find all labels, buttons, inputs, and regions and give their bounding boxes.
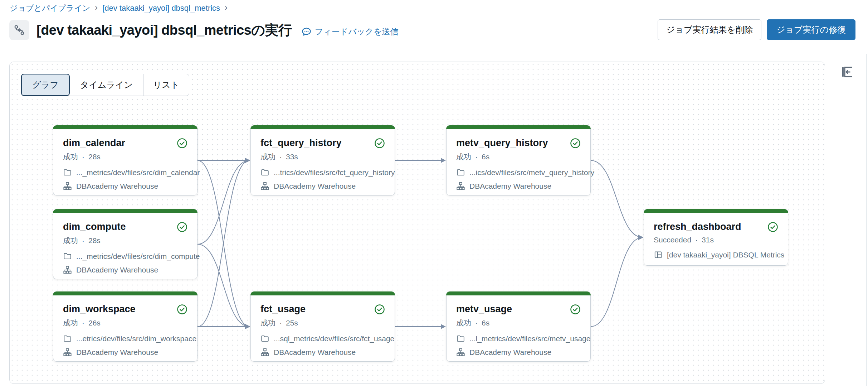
node-duration: 31s xyxy=(702,236,714,244)
node-meta-row: ..._metrics/dev/files/src/dim_compute xyxy=(63,252,187,261)
node-meta-row: DBAcademy Warehouse xyxy=(63,182,187,190)
node-meta-text: ..._metrics/dev/files/src/dim_calendar xyxy=(76,168,200,177)
node-meta-text: ...etrics/dev/files/src/dim_workspace xyxy=(76,334,196,343)
folder-icon xyxy=(63,252,72,261)
node-status-bar xyxy=(644,209,788,213)
node-body: dim_compute 成功 · 28s ..._metrics/dev/fil… xyxy=(63,213,187,279)
delete-job-run-button[interactable]: ジョブ実行結果を削除 xyxy=(658,19,761,40)
send-feedback-link[interactable]: フィードバックを送信 xyxy=(301,26,399,37)
node-meta-text: ...l_metrics/dev/files/src/metv_usage xyxy=(469,334,590,343)
node-status-bar xyxy=(250,125,395,129)
tab-graph[interactable]: グラフ xyxy=(21,74,70,96)
node-meta-text: DBAcademy Warehouse xyxy=(469,182,551,190)
node-status-text: 成功 xyxy=(260,318,275,328)
node-duration: 28s xyxy=(88,236,101,245)
task-node-dim_calendar[interactable]: dim_calendar 成功 · 28s ..._metrics/dev/fi… xyxy=(53,125,198,196)
node-meta-row: DBAcademy Warehouse xyxy=(260,348,385,357)
node-duration: 28s xyxy=(88,153,101,161)
node-status-bar xyxy=(446,291,591,295)
node-title-row: dim_calendar xyxy=(63,137,187,149)
node-body: fct_usage 成功 · 25s ...sql_metrics/dev/fi… xyxy=(260,296,385,361)
node-status-text: 成功 xyxy=(63,236,78,246)
task-node-dim_workspace[interactable]: dim_workspace 成功 · 26s ...etrics/dev/fil… xyxy=(53,291,198,362)
node-meta-text: ..._metrics/dev/files/src/dim_compute xyxy=(76,252,200,261)
node-title-row: metv_usage xyxy=(456,304,581,315)
node-status-bar xyxy=(53,209,198,213)
node-status-text: 成功 xyxy=(456,152,471,162)
node-meta-row: ...l_metrics/dev/files/src/metv_usage xyxy=(456,334,581,343)
node-meta-text: DBAcademy Warehouse xyxy=(76,182,158,190)
check-circle-icon xyxy=(374,304,385,315)
view-switcher: グラフ タイムライン リスト xyxy=(21,74,189,96)
node-title-row: dim_workspace xyxy=(63,304,187,315)
folder-icon xyxy=(260,334,269,343)
tab-list[interactable]: リスト xyxy=(143,74,189,96)
repair-job-run-button[interactable]: ジョブ実行の修復 xyxy=(767,19,855,40)
page-title: [dev takaaki_yayoi] dbsql_metricsの実行 xyxy=(36,21,292,39)
node-meta-row: DBAcademy Warehouse xyxy=(456,348,581,357)
node-body: metv_query_history 成功 · 6s ...ics/dev/fi… xyxy=(456,130,581,195)
node-status-row: 成功 · 28s xyxy=(63,236,187,246)
node-body: dim_workspace 成功 · 26s ...etrics/dev/fil… xyxy=(63,296,187,361)
node-title: dim_workspace xyxy=(63,304,136,315)
workflow-icon xyxy=(9,20,29,40)
task-node-refresh_dashboard[interactable]: refresh_dashboard Succeeded · 31s [dev t… xyxy=(644,209,788,266)
dot-separator: · xyxy=(279,153,282,161)
page-header: [dev takaaki_yayoi] dbsql_metricsの実行 フィー… xyxy=(9,19,398,42)
node-title: fct_query_history xyxy=(260,137,342,149)
node-body: metv_usage 成功 · 6s ...l_metrics/dev/file… xyxy=(456,296,581,361)
node-meta-text: ...sql_metrics/dev/files/src/fct_usage xyxy=(274,334,394,343)
node-meta-text: ...ics/dev/files/src/metv_query_history xyxy=(469,168,594,177)
node-status-text: 成功 xyxy=(63,152,78,162)
node-meta-row: ...ics/dev/files/src/metv_query_history xyxy=(456,168,581,177)
warehouse-icon xyxy=(63,182,72,190)
node-status-text: 成功 xyxy=(63,318,78,328)
node-meta: ...etrics/dev/files/src/dim_workspaceDBA… xyxy=(63,334,187,357)
check-circle-icon xyxy=(374,138,385,149)
node-meta-text: DBAcademy Warehouse xyxy=(76,348,158,357)
breadcrumb-jobs-link[interactable]: ジョブとパイプライン xyxy=(10,3,90,14)
breadcrumb-separator: › xyxy=(225,3,228,13)
node-meta: ...trics/dev/files/src/fct_query_history… xyxy=(260,168,385,190)
node-status-text: 成功 xyxy=(260,152,275,162)
breadcrumb: ジョブとパイプライン › [dev takaaki_yayoi] dbsql_m… xyxy=(10,3,228,14)
task-node-metv_query_history[interactable]: metv_query_history 成功 · 6s ...ics/dev/fi… xyxy=(446,125,591,196)
dot-separator: · xyxy=(279,319,282,327)
folder-icon xyxy=(456,168,465,177)
dot-separator: · xyxy=(475,319,478,327)
job-run-graph-panel: グラフ タイムライン リスト dim_calendar 成功 xyxy=(9,62,825,384)
dot-separator: · xyxy=(695,236,698,244)
warehouse-icon xyxy=(260,182,269,190)
node-meta-row: DBAcademy Warehouse xyxy=(260,182,385,190)
node-meta: [dev takaaki_yayoi] DBSQL Metrics xyxy=(654,250,778,259)
node-status-row: 成功 · 6s xyxy=(456,152,581,162)
dot-separator: · xyxy=(82,319,84,327)
tab-timeline[interactable]: タイムライン xyxy=(70,74,143,96)
right-panel-divider xyxy=(866,54,867,386)
task-node-dim_compute[interactable]: dim_compute 成功 · 28s ..._metrics/dev/fil… xyxy=(53,209,198,279)
node-status-row: 成功 · 26s xyxy=(63,318,187,328)
node-meta-row: DBAcademy Warehouse xyxy=(456,182,581,190)
task-node-fct_usage[interactable]: fct_usage 成功 · 25s ...sql_metrics/dev/fi… xyxy=(250,291,395,362)
node-status-row: Succeeded · 31s xyxy=(654,236,778,244)
node-title: fct_usage xyxy=(260,304,306,315)
node-meta-text: DBAcademy Warehouse xyxy=(469,348,551,357)
node-title: metv_query_history xyxy=(456,137,548,149)
node-meta: ..._metrics/dev/files/src/dim_calendarDB… xyxy=(63,168,187,190)
node-status-bar xyxy=(250,291,395,295)
edge-dim_compute-fct_usage xyxy=(198,244,249,327)
task-node-metv_usage[interactable]: metv_usage 成功 · 6s ...l_metrics/dev/file… xyxy=(446,291,591,362)
warehouse-icon xyxy=(63,348,72,357)
node-body: refresh_dashboard Succeeded · 31s [dev t… xyxy=(654,213,778,265)
node-meta-text: DBAcademy Warehouse xyxy=(76,266,158,274)
node-title-row: dim_compute xyxy=(63,221,187,232)
breadcrumb-job-link[interactable]: [dev takaaki_yayoi] dbsql_metrics xyxy=(102,4,220,13)
node-duration: 26s xyxy=(88,319,101,327)
task-node-fct_query_history[interactable]: fct_query_history 成功 · 33s ...trics/dev/… xyxy=(250,125,395,196)
feedback-bubble-icon xyxy=(301,26,312,37)
node-status-bar xyxy=(53,291,198,295)
folder-icon xyxy=(63,334,72,343)
node-meta-row: ...sql_metrics/dev/files/src/fct_usage xyxy=(260,334,385,343)
collapse-right-panel-icon[interactable] xyxy=(839,64,855,80)
node-status-row: 成功 · 25s xyxy=(260,318,385,328)
